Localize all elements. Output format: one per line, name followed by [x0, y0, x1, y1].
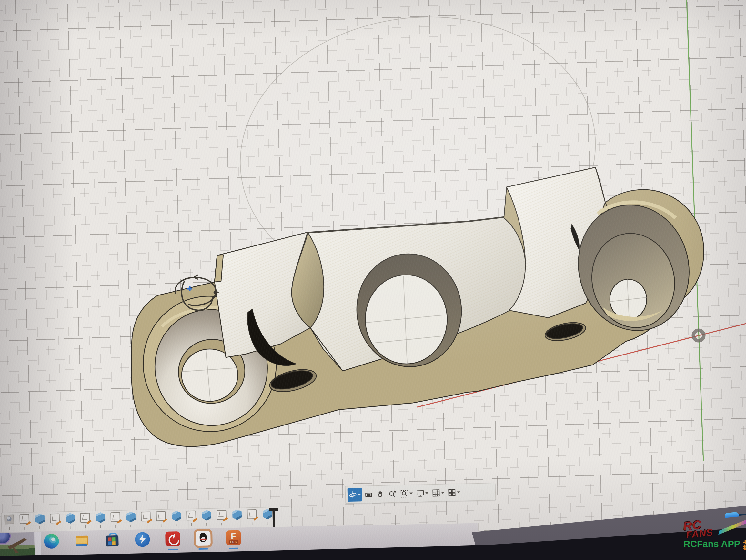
- navigation-toolbar: [345, 483, 496, 504]
- nav-tool-orbit[interactable]: [347, 488, 362, 502]
- sketch-icon: [141, 511, 151, 522]
- rcfans-logo: RC FANS: [683, 515, 746, 539]
- taskbar-app-file-explorer[interactable]: [74, 533, 89, 549]
- timeline-tick: [191, 523, 192, 526]
- timeline-feature-extrude-16[interactable]: [231, 509, 242, 521]
- running-indicator: [168, 549, 178, 550]
- model-body[interactable]: [131, 168, 704, 446]
- sketch-icon: [247, 509, 257, 519]
- timeline-tick: [206, 523, 207, 526]
- sketch-icon: [19, 514, 29, 524]
- extrude-icon: [201, 510, 212, 521]
- timeline-playhead[interactable]: [272, 508, 275, 527]
- viewport-canvas[interactable]: [0, 0, 746, 560]
- timeline-feature-sketch-13[interactable]: [186, 510, 197, 522]
- timeline-tick: [70, 526, 70, 529]
- chevron-down-icon[interactable]: [457, 491, 460, 493]
- timeline-tick: [267, 522, 267, 525]
- timeline-feature-origin-1[interactable]: [4, 514, 15, 526]
- nav-tool-look-at[interactable]: [363, 488, 374, 501]
- taskbar-app-microsoft-store[interactable]: [105, 533, 120, 548]
- taskbar-app-microsoft-edge[interactable]: [44, 534, 59, 549]
- timeline-tick: [9, 527, 10, 530]
- watermark-app-label: RCFans APP: [683, 539, 740, 549]
- taskbar-app-fusion-360[interactable]: FFUS: [226, 530, 241, 546]
- origin-icon: [4, 514, 14, 525]
- timeline-feature-sketch-17[interactable]: [247, 509, 258, 520]
- photographed-screen: FFUS RC FANS RCFans APP 手机: [0, 0, 746, 560]
- chevron-down-icon[interactable]: [409, 493, 413, 495]
- timeline-feature-extrude-3[interactable]: [34, 513, 46, 525]
- taskbar-app-netease-cloud-music[interactable]: [165, 531, 180, 547]
- timeline-tick: [115, 525, 116, 528]
- nav-tool-grid-and-snaps[interactable]: [431, 486, 446, 500]
- running-indicator: [229, 548, 238, 549]
- extrude-icon: [231, 509, 242, 521]
- fusion-badge: FUS: [229, 540, 238, 544]
- extrude-icon: [95, 512, 106, 524]
- timeline-tick: [85, 526, 86, 528]
- timeline-tick: [39, 526, 40, 529]
- timeline-feature-extrude-12[interactable]: [171, 511, 182, 522]
- nav-tool-viewports[interactable]: [447, 485, 461, 499]
- running-indicator: [198, 549, 208, 550]
- timeline-feature-sketch-6[interactable]: [80, 512, 91, 524]
- timeline-feature-sketch-15[interactable]: [216, 510, 228, 521]
- timeline-feature-sketch-11[interactable]: [155, 511, 167, 522]
- timeline-tick: [100, 525, 101, 528]
- timeline-feature-extrude-7[interactable]: [95, 512, 106, 524]
- sketch-icon: [50, 513, 60, 524]
- timeline-feature-sketch-4[interactable]: [49, 513, 61, 525]
- timeline-tick: [131, 525, 131, 527]
- desktop-preview-thumbnail[interactable]: [0, 532, 41, 556]
- timeline-tick: [55, 526, 55, 529]
- timeline-feature-extrude-14[interactable]: [201, 510, 212, 521]
- rcfans-watermark: RC FANS RCFans APP 手机: [683, 518, 746, 551]
- timeline-tick: [24, 527, 25, 530]
- sketch-icon: [186, 511, 196, 521]
- timeline-feature-extrude-5[interactable]: [64, 513, 76, 524]
- fusion-letter: F: [231, 532, 236, 540]
- extrude-icon: [64, 513, 76, 524]
- taskbar-app-blue-lightning-app[interactable]: [135, 532, 150, 547]
- timeline-tick: [236, 522, 237, 525]
- center-through-hole[interactable]: [365, 275, 447, 364]
- timeline-feature-sketch-8[interactable]: [110, 512, 121, 523]
- timeline-tick: [221, 523, 222, 526]
- sketch-icon: [110, 512, 120, 522]
- extrude-icon: [125, 511, 137, 523]
- taskbar-app-qq[interactable]: [196, 531, 211, 546]
- timeline-feature-sketch-10[interactable]: [140, 511, 152, 523]
- timeline-feature-extrude-9[interactable]: [125, 511, 137, 523]
- nav-tool-zoom[interactable]: [387, 487, 398, 501]
- timeline-tick: [161, 524, 161, 527]
- nav-tool-fit[interactable]: [399, 487, 414, 500]
- timeline-tick: [176, 524, 176, 526]
- watermark-cn-label: 手机: [742, 539, 746, 551]
- chevron-down-icon[interactable]: [425, 492, 429, 494]
- sketch-icon: [80, 513, 90, 523]
- chevron-down-icon[interactable]: [441, 492, 444, 494]
- extrude-icon: [34, 513, 46, 525]
- timeline-feature-sketch-2[interactable]: [19, 514, 30, 525]
- timeline-tick: [252, 522, 252, 525]
- timeline-tick: [145, 524, 146, 527]
- sketch-icon: [156, 511, 166, 521]
- sketch-icon: [217, 510, 227, 520]
- extrude-icon: [171, 511, 182, 522]
- nav-tool-pan[interactable]: [375, 487, 386, 501]
- nav-tool-display-settings[interactable]: [415, 486, 430, 500]
- chevron-down-icon[interactable]: [358, 494, 361, 496]
